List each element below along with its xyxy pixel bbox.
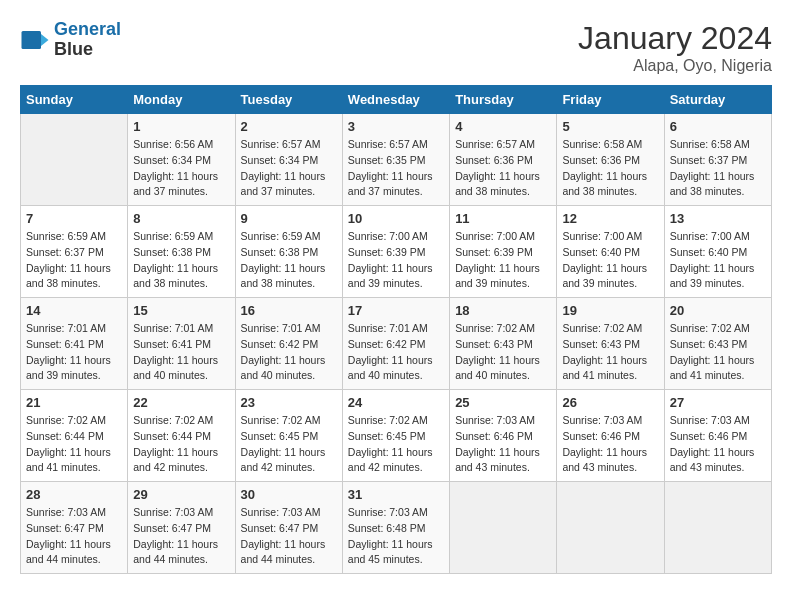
sunset-text: Sunset: 6:35 PM [348,153,444,169]
sunset-text: Sunset: 6:43 PM [455,337,551,353]
daylight-text: Daylight: 11 hours and 43 minutes. [670,445,766,477]
day-info: Sunrise: 6:59 AM Sunset: 6:37 PM Dayligh… [26,229,122,292]
sunrise-text: Sunrise: 6:58 AM [670,137,766,153]
daylight-text: Daylight: 11 hours and 41 minutes. [562,353,658,385]
calendar-cell: 8 Sunrise: 6:59 AM Sunset: 6:38 PM Dayli… [128,206,235,298]
calendar-cell [664,482,771,574]
calendar-cell: 22 Sunrise: 7:02 AM Sunset: 6:44 PM Dayl… [128,390,235,482]
daylight-text: Daylight: 11 hours and 41 minutes. [26,445,122,477]
sunrise-text: Sunrise: 7:01 AM [348,321,444,337]
day-number: 16 [241,303,337,318]
day-number: 8 [133,211,229,226]
calendar-week-row: 21 Sunrise: 7:02 AM Sunset: 6:44 PM Dayl… [21,390,772,482]
day-info: Sunrise: 7:01 AM Sunset: 6:42 PM Dayligh… [241,321,337,384]
sunrise-text: Sunrise: 7:00 AM [455,229,551,245]
calendar-cell: 9 Sunrise: 6:59 AM Sunset: 6:38 PM Dayli… [235,206,342,298]
sunset-text: Sunset: 6:44 PM [26,429,122,445]
sunrise-text: Sunrise: 7:02 AM [562,321,658,337]
calendar-week-row: 7 Sunrise: 6:59 AM Sunset: 6:37 PM Dayli… [21,206,772,298]
sunset-text: Sunset: 6:43 PM [562,337,658,353]
day-info: Sunrise: 6:59 AM Sunset: 6:38 PM Dayligh… [133,229,229,292]
day-info: Sunrise: 6:58 AM Sunset: 6:36 PM Dayligh… [562,137,658,200]
sunset-text: Sunset: 6:40 PM [562,245,658,261]
sunset-text: Sunset: 6:36 PM [562,153,658,169]
sunset-text: Sunset: 6:43 PM [670,337,766,353]
daylight-text: Daylight: 11 hours and 45 minutes. [348,537,444,569]
calendar-cell: 19 Sunrise: 7:02 AM Sunset: 6:43 PM Dayl… [557,298,664,390]
day-info: Sunrise: 7:00 AM Sunset: 6:39 PM Dayligh… [455,229,551,292]
calendar-week-row: 28 Sunrise: 7:03 AM Sunset: 6:47 PM Dayl… [21,482,772,574]
calendar-cell: 29 Sunrise: 7:03 AM Sunset: 6:47 PM Dayl… [128,482,235,574]
weekday-header-cell: Thursday [450,86,557,114]
sunset-text: Sunset: 6:46 PM [562,429,658,445]
daylight-text: Daylight: 11 hours and 43 minutes. [562,445,658,477]
calendar-cell: 26 Sunrise: 7:03 AM Sunset: 6:46 PM Dayl… [557,390,664,482]
day-info: Sunrise: 7:03 AM Sunset: 6:46 PM Dayligh… [455,413,551,476]
sunrise-text: Sunrise: 7:01 AM [133,321,229,337]
sunset-text: Sunset: 6:42 PM [241,337,337,353]
weekday-header-row: SundayMondayTuesdayWednesdayThursdayFrid… [21,86,772,114]
sunrise-text: Sunrise: 6:57 AM [348,137,444,153]
sunset-text: Sunset: 6:37 PM [26,245,122,261]
daylight-text: Daylight: 11 hours and 44 minutes. [133,537,229,569]
sunset-text: Sunset: 6:37 PM [670,153,766,169]
calendar-cell: 7 Sunrise: 6:59 AM Sunset: 6:37 PM Dayli… [21,206,128,298]
sunrise-text: Sunrise: 7:02 AM [670,321,766,337]
logo: General Blue [20,20,121,60]
logo-text: General Blue [54,20,121,60]
calendar-cell: 5 Sunrise: 6:58 AM Sunset: 6:36 PM Dayli… [557,114,664,206]
logo-icon [20,25,50,55]
daylight-text: Daylight: 11 hours and 41 minutes. [670,353,766,385]
calendar-week-row: 1 Sunrise: 6:56 AM Sunset: 6:34 PM Dayli… [21,114,772,206]
calendar-cell: 28 Sunrise: 7:03 AM Sunset: 6:47 PM Dayl… [21,482,128,574]
day-info: Sunrise: 6:57 AM Sunset: 6:35 PM Dayligh… [348,137,444,200]
day-number: 19 [562,303,658,318]
day-info: Sunrise: 7:03 AM Sunset: 6:47 PM Dayligh… [241,505,337,568]
calendar-cell: 30 Sunrise: 7:03 AM Sunset: 6:47 PM Dayl… [235,482,342,574]
calendar-cell: 31 Sunrise: 7:03 AM Sunset: 6:48 PM Dayl… [342,482,449,574]
day-number: 22 [133,395,229,410]
sunrise-text: Sunrise: 7:01 AM [241,321,337,337]
calendar-cell: 24 Sunrise: 7:02 AM Sunset: 6:45 PM Dayl… [342,390,449,482]
day-number: 23 [241,395,337,410]
day-info: Sunrise: 7:02 AM Sunset: 6:45 PM Dayligh… [348,413,444,476]
day-number: 26 [562,395,658,410]
sunset-text: Sunset: 6:36 PM [455,153,551,169]
calendar-cell: 16 Sunrise: 7:01 AM Sunset: 6:42 PM Dayl… [235,298,342,390]
daylight-text: Daylight: 11 hours and 39 minutes. [455,261,551,293]
calendar-table: SundayMondayTuesdayWednesdayThursdayFrid… [20,85,772,574]
day-number: 31 [348,487,444,502]
sunset-text: Sunset: 6:46 PM [670,429,766,445]
calendar-cell: 20 Sunrise: 7:02 AM Sunset: 6:43 PM Dayl… [664,298,771,390]
day-info: Sunrise: 7:00 AM Sunset: 6:40 PM Dayligh… [670,229,766,292]
day-info: Sunrise: 7:02 AM Sunset: 6:43 PM Dayligh… [455,321,551,384]
day-info: Sunrise: 6:57 AM Sunset: 6:36 PM Dayligh… [455,137,551,200]
sunset-text: Sunset: 6:47 PM [26,521,122,537]
day-number: 29 [133,487,229,502]
sunrise-text: Sunrise: 7:03 AM [670,413,766,429]
sunrise-text: Sunrise: 6:58 AM [562,137,658,153]
daylight-text: Daylight: 11 hours and 37 minutes. [348,169,444,201]
sunrise-text: Sunrise: 6:59 AM [241,229,337,245]
day-number: 28 [26,487,122,502]
calendar-cell: 13 Sunrise: 7:00 AM Sunset: 6:40 PM Dayl… [664,206,771,298]
weekday-header-cell: Friday [557,86,664,114]
daylight-text: Daylight: 11 hours and 40 minutes. [241,353,337,385]
calendar-cell: 15 Sunrise: 7:01 AM Sunset: 6:41 PM Dayl… [128,298,235,390]
sunset-text: Sunset: 6:41 PM [133,337,229,353]
sunset-text: Sunset: 6:42 PM [348,337,444,353]
day-info: Sunrise: 7:01 AM Sunset: 6:42 PM Dayligh… [348,321,444,384]
daylight-text: Daylight: 11 hours and 40 minutes. [133,353,229,385]
calendar-cell: 21 Sunrise: 7:02 AM Sunset: 6:44 PM Dayl… [21,390,128,482]
sunrise-text: Sunrise: 7:02 AM [133,413,229,429]
day-number: 7 [26,211,122,226]
sunrise-text: Sunrise: 6:57 AM [455,137,551,153]
svg-marker-1 [41,34,49,46]
calendar-cell: 3 Sunrise: 6:57 AM Sunset: 6:35 PM Dayli… [342,114,449,206]
calendar-cell: 18 Sunrise: 7:02 AM Sunset: 6:43 PM Dayl… [450,298,557,390]
day-number: 27 [670,395,766,410]
sunrise-text: Sunrise: 6:59 AM [26,229,122,245]
calendar-cell: 4 Sunrise: 6:57 AM Sunset: 6:36 PM Dayli… [450,114,557,206]
daylight-text: Daylight: 11 hours and 42 minutes. [241,445,337,477]
sunset-text: Sunset: 6:47 PM [241,521,337,537]
